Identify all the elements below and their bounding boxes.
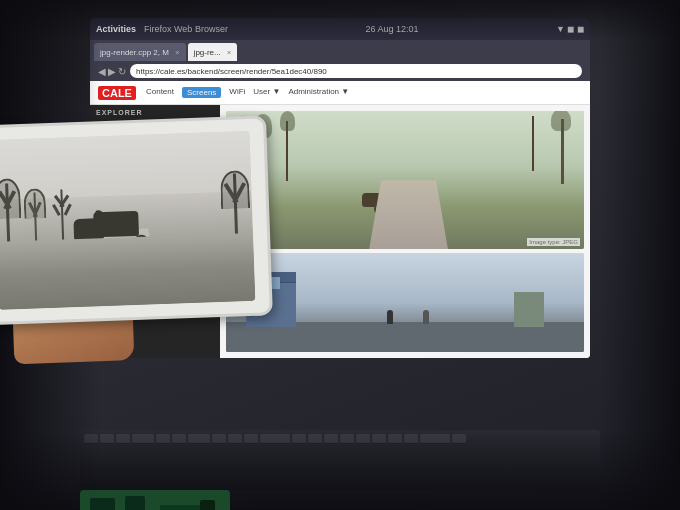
key[interactable] [228,434,242,444]
browser-chrome: jpg-render.cpp 2, M × jpg-re... × ◀ ▶ ↻ … [90,40,590,81]
os-topbar-right: ▼ ◼ ◼ [556,24,584,34]
os-topbar: Activities Firefox Web Browser 26 Aug 12… [90,18,590,40]
key[interactable] [404,434,418,444]
nav-item-wifi[interactable]: WiFi [229,87,245,98]
circuit-trace [160,505,200,510]
key[interactable] [244,434,258,444]
key[interactable] [292,434,306,444]
usb-port [200,500,215,510]
nav-buttons: ◀ ▶ ↻ [98,66,126,77]
key-enter[interactable] [260,434,290,444]
key[interactable] [212,434,226,444]
image-type-label: Image type: JPEG [527,238,580,246]
browser-tab-1[interactable]: jpg-render.cpp 2, M × [94,43,186,61]
cale-navigation: CALE Content Screens WiFi User ▼ Adminis… [90,81,590,105]
key-space[interactable] [420,434,450,444]
tab-2-label: jpg-re... [194,48,221,57]
key[interactable] [324,434,338,444]
activities-button[interactable]: Activities [96,24,136,34]
key[interactable] [116,434,130,444]
key[interactable] [156,434,170,444]
eink-device-container [0,115,294,356]
key[interactable] [372,434,386,444]
key[interactable] [308,434,322,444]
key[interactable] [356,434,370,444]
chip-1 [90,498,115,510]
key[interactable] [172,434,186,444]
nav-item-screens[interactable]: Screens [182,87,221,98]
refresh-icon[interactable]: ↻ [118,66,126,77]
cale-nav-items: Content Screens WiFi User ▼ Administrati… [146,87,349,98]
nav-item-content[interactable]: Content [146,87,174,98]
os-topbar-left: Activities Firefox Web Browser [96,24,228,34]
nav-item-administration[interactable]: Administration ▼ [288,87,349,98]
building-right [514,292,544,327]
address-bar-input[interactable]: https://cale.es/backend/screen/render/5e… [130,64,582,78]
eink-device-frame [0,115,273,325]
cale-logo: CALE [98,86,136,100]
eink-screen [0,131,255,310]
key[interactable] [100,434,114,444]
os-topbar-clock: 26 Aug 12:01 [232,24,552,34]
status-icons: ▼ ◼ ◼ [556,24,584,34]
browser-tabs: jpg-render.cpp 2, M × jpg-re... × [94,43,586,61]
key[interactable] [388,434,402,444]
circuit-board [80,490,230,510]
tab-1-close-icon[interactable]: × [175,48,180,57]
chip-2 [125,496,145,510]
tab-1-label: jpg-render.cpp 2, M [100,48,169,57]
key[interactable] [84,434,98,444]
eink-park-display [0,131,255,310]
laptop-keyboard [80,430,600,490]
browser-tab-2[interactable]: jpg-re... × [188,43,238,61]
tab-2-close-icon[interactable]: × [227,48,232,57]
key[interactable] [452,434,466,444]
back-icon[interactable]: ◀ [98,66,106,77]
main-scene: Activities Firefox Web Browser 26 Aug 12… [0,0,680,510]
eink-ground [0,233,255,310]
circuit-detail [80,490,230,510]
forward-icon[interactable]: ▶ [108,66,116,77]
key-wide[interactable] [132,434,154,444]
key[interactable] [340,434,354,444]
key-wide[interactable] [188,434,210,444]
browser-address-bar: ◀ ▶ ↻ https://cale.es/backend/screen/ren… [94,61,586,81]
firefox-label: Firefox Web Browser [144,24,228,34]
nav-item-user[interactable]: User ▼ [253,87,280,98]
explorer-title: EXPLORER [94,109,216,116]
